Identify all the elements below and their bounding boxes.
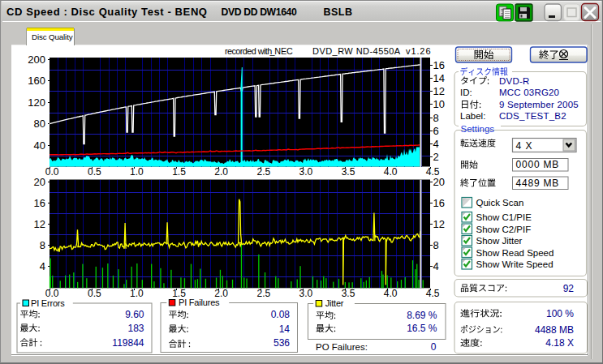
svg-text:CD Speed : Disc Quality Test -: CD Speed : Disc Quality Test - BENQ xyxy=(6,6,208,18)
svg-text:92: 92 xyxy=(563,283,575,294)
svg-text:Disc Quality: Disc Quality xyxy=(32,32,73,41)
svg-text:12: 12 xyxy=(433,85,445,97)
svg-text:16: 16 xyxy=(433,197,445,209)
svg-text:160: 160 xyxy=(28,75,45,87)
svg-text:Show C2/PIF: Show C2/PIF xyxy=(476,225,532,234)
svg-text:4: 4 xyxy=(433,138,439,150)
svg-text:1.0: 1.0 xyxy=(130,288,144,299)
svg-text:2.0: 2.0 xyxy=(214,166,228,178)
svg-text:16: 16 xyxy=(433,59,445,71)
svg-text:MCC 03RG20: MCC 03RG20 xyxy=(499,88,559,97)
svg-text:1.0: 1.0 xyxy=(130,166,144,178)
svg-text:8.69 %: 8.69 % xyxy=(407,310,437,321)
svg-text:2.5: 2.5 xyxy=(256,288,270,299)
svg-text:4488 MB: 4488 MB xyxy=(535,324,574,336)
svg-text:BSLB: BSLB xyxy=(324,6,353,18)
svg-text:1.5: 1.5 xyxy=(172,166,186,178)
svg-text:183: 183 xyxy=(127,323,144,334)
svg-text:9 September 2005: 9 September 2005 xyxy=(499,100,579,109)
svg-text:v1.26: v1.26 xyxy=(406,46,431,56)
svg-text:40: 40 xyxy=(34,139,45,152)
svg-text:PO Failures:: PO Failures: xyxy=(316,342,368,352)
svg-text:4: 4 xyxy=(40,260,45,272)
svg-text:0000 MB: 0000 MB xyxy=(516,159,560,170)
svg-text:200: 200 xyxy=(28,54,45,66)
svg-text:3.0: 3.0 xyxy=(299,166,313,178)
svg-text:DVD DD DW1640: DVD DD DW1640 xyxy=(222,6,298,18)
svg-text:10: 10 xyxy=(433,98,445,110)
svg-text:Label:: Label: xyxy=(460,111,485,121)
svg-text:4.5: 4.5 xyxy=(426,166,440,178)
svg-text:Show Read Speed: Show Read Speed xyxy=(476,248,554,258)
svg-text:119844: 119844 xyxy=(112,337,144,349)
svg-text:4.0: 4.0 xyxy=(384,166,398,178)
svg-text:4489 MB: 4489 MB xyxy=(516,178,560,189)
svg-text:100 %: 100 % xyxy=(546,308,574,319)
svg-text:3.5: 3.5 xyxy=(342,166,355,178)
svg-text:12: 12 xyxy=(433,218,445,230)
svg-text:6: 6 xyxy=(433,125,439,137)
svg-text:14: 14 xyxy=(279,323,291,335)
svg-text:2: 2 xyxy=(433,151,439,163)
svg-text:4.0: 4.0 xyxy=(384,288,398,299)
svg-text:Show Jitter: Show Jitter xyxy=(476,236,523,246)
svg-text:4 X: 4 X xyxy=(516,140,533,152)
svg-text:PI Errors: PI Errors xyxy=(31,298,65,308)
svg-text:0.5: 0.5 xyxy=(88,288,101,299)
svg-text:2.5: 2.5 xyxy=(256,166,270,178)
svg-text:4.18 X: 4.18 X xyxy=(545,337,574,349)
svg-text:DVD-R: DVD-R xyxy=(499,76,529,86)
svg-text:20: 20 xyxy=(34,176,45,188)
svg-text:Settings: Settings xyxy=(461,124,495,134)
svg-text:80: 80 xyxy=(34,118,45,130)
svg-text:Jitter: Jitter xyxy=(325,298,344,308)
svg-text:recorded with: recorded with xyxy=(225,46,272,56)
svg-text:Show C1/PIE: Show C1/PIE xyxy=(476,212,532,222)
svg-text:CDS_TEST_B2: CDS_TEST_B2 xyxy=(499,111,566,121)
svg-text:Quick Scan: Quick Scan xyxy=(476,198,524,208)
svg-text:120: 120 xyxy=(28,96,45,109)
svg-text:8: 8 xyxy=(40,239,45,251)
svg-text:ID:: ID: xyxy=(460,88,472,97)
svg-text:20: 20 xyxy=(433,176,445,188)
svg-text:PI Failures: PI Failures xyxy=(179,298,220,307)
svg-text:12: 12 xyxy=(34,218,45,230)
svg-text:0: 0 xyxy=(431,341,437,353)
svg-text:14: 14 xyxy=(433,72,445,84)
svg-text:9.60: 9.60 xyxy=(125,309,144,320)
svg-text:8: 8 xyxy=(433,112,439,124)
svg-text:4.5: 4.5 xyxy=(426,288,440,299)
svg-text:4: 4 xyxy=(433,260,439,272)
svg-text:536: 536 xyxy=(274,337,290,349)
svg-text:0.5: 0.5 xyxy=(88,166,101,178)
svg-text:Show Write Speed: Show Write Speed xyxy=(476,259,553,269)
svg-text:16.5 %: 16.5 % xyxy=(407,323,437,334)
svg-text:0.08: 0.08 xyxy=(271,309,291,320)
svg-text:8: 8 xyxy=(433,239,439,251)
svg-text:0.0: 0.0 xyxy=(45,166,59,178)
svg-text:16: 16 xyxy=(34,197,45,209)
svg-text:_NEC: _NEC xyxy=(269,46,293,56)
svg-text:DVD_RW ND-4550A: DVD_RW ND-4550A xyxy=(312,46,401,56)
svg-text:3.0: 3.0 xyxy=(299,288,313,299)
